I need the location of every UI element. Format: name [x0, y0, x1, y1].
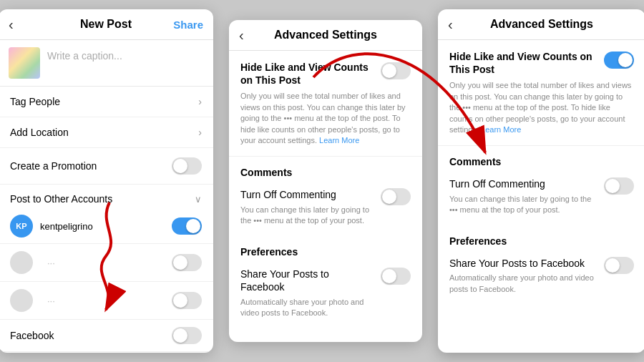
facebook-row: Facebook [0, 320, 213, 352]
post-thumbnail [9, 47, 40, 79]
share-facebook-row-right: Share Your Posts to Facebook Automatical… [438, 250, 644, 302]
share-facebook-content: Share Your Posts to Facebook Automatical… [240, 268, 374, 318]
facebook-label: Facebook [10, 330, 165, 341]
unnamed-avatar-1 [10, 251, 33, 274]
hide-counts-section: Hide Like and View Counts on This Post O… [229, 51, 422, 157]
preferences-header: Preferences [229, 236, 422, 260]
unnamed-toggle-1[interactable] [172, 254, 202, 271]
turn-off-commenting-toggle[interactable] [381, 188, 411, 205]
learn-more-link-right[interactable]: Learn More [481, 125, 521, 134]
create-promotion-item: Create a Promotion [0, 148, 213, 185]
preferences-section-right: Preferences Share Your Posts to Facebook… [438, 225, 644, 302]
hide-counts-desc: Only you will see the total number of li… [240, 91, 411, 146]
unnamed-avatar-2 [10, 289, 33, 312]
toggle-knob [618, 53, 633, 67]
share-facebook-toggle-right[interactable] [604, 257, 634, 274]
chevron-down-icon: ∨ [195, 194, 202, 205]
turn-off-commenting-desc: You can change this later by going to th… [240, 205, 374, 227]
caption-row: Write a caption... [0, 40, 213, 87]
twitter-row: Twitter [0, 352, 213, 353]
facebook-toggle[interactable] [172, 327, 202, 344]
share-button[interactable]: Share [173, 19, 203, 31]
account-name: kentpeligrino [40, 221, 172, 232]
toggle-knob [605, 258, 620, 273]
new-post-panel: ‹ New Post Share Write a caption... Tag … [0, 9, 213, 353]
turn-off-commenting-row-right: Turn Off Commenting You can change this … [438, 170, 644, 222]
turn-off-commenting-label: Turn Off Commenting [240, 188, 374, 201]
comments-header-right: Comments [438, 146, 644, 170]
toggle-knob [382, 64, 396, 78]
advanced-settings-right-panel: ‹ Advanced Settings Hide Like and View C… [438, 9, 644, 353]
hide-counts-content-right: Hide Like and View Counts on This Post [449, 50, 597, 80]
hide-counts-title-right: Hide Like and View Counts on This Post [449, 50, 597, 76]
share-facebook-label: Share Your Posts to Facebook [240, 268, 374, 293]
add-location-item[interactable]: Add Location › [0, 117, 213, 148]
back-icon[interactable]: ‹ [9, 16, 14, 33]
advanced-settings-middle-header: ‹ Advanced Settings [229, 20, 422, 51]
advanced-settings-middle-panel: ‹ Advanced Settings Hide Like and View C… [229, 20, 422, 342]
account-row: KP kentpeligrino [0, 209, 213, 244]
create-promotion-label: Create a Promotion [10, 160, 97, 172]
turn-off-commenting-content: Turn Off Commenting You can change this … [240, 188, 374, 226]
advanced-settings-right-header: ‹ Advanced Settings [438, 9, 644, 40]
tag-people-chevron: › [198, 96, 202, 107]
toggle-knob [173, 159, 187, 173]
share-facebook-label-right: Share Your Posts to Facebook [449, 257, 597, 270]
turn-off-commenting-label-right: Turn Off Commenting [449, 177, 597, 190]
turn-off-commenting-row: Turn Off Commenting You can change this … [229, 181, 422, 233]
turn-off-commenting-toggle-right[interactable] [604, 177, 634, 195]
toggle-knob [186, 219, 200, 233]
comments-header: Comments [229, 157, 422, 181]
toggle-knob [382, 269, 396, 283]
post-to-other-accounts-section[interactable]: Post to Other Accounts ∨ [0, 185, 213, 209]
hide-counts-content: Hide Like and View Counts on This Post [240, 61, 374, 91]
hide-counts-section-right: Hide Like and View Counts on This Post O… [438, 40, 644, 146]
comments-section-right: Comments Turn Off Commenting You can cha… [438, 146, 644, 225]
back-icon[interactable]: ‹ [239, 27, 244, 44]
toggle-knob [382, 190, 396, 204]
back-icon[interactable]: ‹ [448, 16, 453, 33]
new-post-header: ‹ New Post Share [0, 9, 213, 40]
create-promotion-toggle[interactable] [172, 157, 202, 175]
account-toggle[interactable] [172, 217, 202, 235]
caption-input[interactable]: Write a caption... [47, 47, 122, 62]
hide-counts-title: Hide Like and View Counts on This Post [240, 61, 374, 87]
add-location-label: Add Location [10, 127, 69, 138]
toggle-knob [605, 179, 620, 193]
preferences-section: Preferences Share Your Posts to Facebook… [229, 236, 422, 326]
add-location-chevron: › [198, 127, 202, 138]
learn-more-link[interactable]: Learn More [319, 136, 359, 145]
tag-people-label: Tag People [10, 96, 60, 107]
hide-counts-toggle[interactable] [381, 62, 411, 79]
toggle-knob [173, 328, 187, 343]
preferences-header-right: Preferences [438, 225, 644, 250]
share-facebook-content-right: Share Your Posts to Facebook Automatical… [449, 257, 597, 295]
advanced-settings-right-title: Advanced Settings [490, 18, 593, 31]
unnamed-account-row-2: ··· [0, 282, 213, 320]
new-post-title: New Post [80, 18, 132, 31]
share-facebook-desc-right: Automatically share your photo and video… [449, 273, 597, 295]
share-facebook-row: Share Your Posts to Facebook Automatical… [229, 260, 422, 326]
hide-counts-desc-right: Only you will see the total number of li… [449, 80, 634, 135]
advanced-settings-middle-title: Advanced Settings [274, 29, 377, 41]
unnamed-account-row-1: ··· [0, 244, 213, 282]
share-facebook-desc: Automatically share your photo and video… [240, 297, 374, 319]
turn-off-commenting-desc-right: You can change this later by going to th… [449, 194, 597, 216]
tag-people-item[interactable]: Tag People › [0, 87, 213, 117]
hide-counts-toggle-right[interactable] [604, 52, 634, 69]
comments-section: Comments Turn Off Commenting You can cha… [229, 157, 422, 236]
avatar: KP [10, 215, 33, 238]
share-facebook-toggle[interactable] [381, 268, 411, 285]
post-to-other-accounts-label: Post to Other Accounts [10, 193, 112, 205]
turn-off-commenting-content-right: Turn Off Commenting You can change this … [449, 177, 597, 215]
unnamed-toggle-2[interactable] [172, 292, 202, 309]
